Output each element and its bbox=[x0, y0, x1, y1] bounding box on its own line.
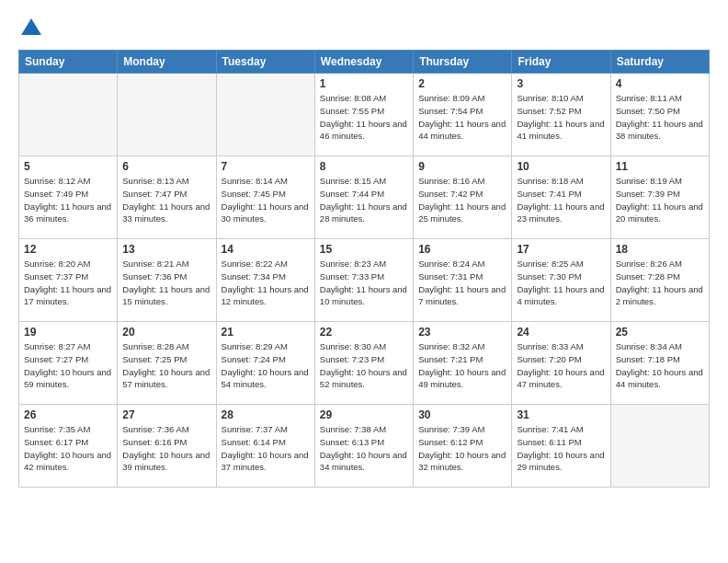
day-info: Sunrise: 8:30 AM Sunset: 7:23 PM Dayligh… bbox=[320, 340, 408, 391]
day-info: Sunrise: 7:35 AM Sunset: 6:17 PM Dayligh… bbox=[24, 423, 112, 474]
calendar-cell bbox=[216, 74, 314, 156]
day-number: 31 bbox=[517, 408, 605, 421]
day-number: 26 bbox=[24, 408, 112, 421]
calendar-cell bbox=[118, 74, 216, 156]
header bbox=[18, 17, 710, 40]
calendar-cell: 7Sunrise: 8:14 AM Sunset: 7:45 PM Daylig… bbox=[216, 156, 314, 239]
calendar-cell: 19Sunrise: 8:27 AM Sunset: 7:27 PM Dayli… bbox=[19, 322, 118, 405]
calendar-cell: 29Sunrise: 7:38 AM Sunset: 6:13 PM Dayli… bbox=[314, 405, 413, 488]
calendar-cell: 10Sunrise: 8:18 AM Sunset: 7:41 PM Dayli… bbox=[512, 156, 610, 239]
day-number: 24 bbox=[517, 326, 605, 339]
day-info: Sunrise: 8:19 AM Sunset: 7:39 PM Dayligh… bbox=[616, 175, 704, 225]
day-number: 16 bbox=[418, 243, 506, 256]
day-info: Sunrise: 8:24 AM Sunset: 7:31 PM Dayligh… bbox=[418, 258, 506, 308]
day-number: 27 bbox=[122, 408, 210, 421]
calendar-cell: 5Sunrise: 8:12 AM Sunset: 7:49 PM Daylig… bbox=[19, 156, 118, 239]
day-number: 22 bbox=[320, 326, 408, 339]
logo bbox=[18, 17, 41, 40]
day-number: 17 bbox=[517, 243, 605, 256]
calendar-cell bbox=[19, 74, 118, 156]
day-info: Sunrise: 8:12 AM Sunset: 7:49 PM Dayligh… bbox=[24, 175, 112, 225]
weekday-header-friday: Friday bbox=[512, 51, 610, 74]
day-info: Sunrise: 8:34 AM Sunset: 7:18 PM Dayligh… bbox=[616, 340, 704, 391]
calendar-cell: 8Sunrise: 8:15 AM Sunset: 7:44 PM Daylig… bbox=[314, 156, 413, 239]
calendar-cell: 20Sunrise: 8:28 AM Sunset: 7:25 PM Dayli… bbox=[118, 322, 216, 405]
day-number: 13 bbox=[122, 243, 210, 256]
weekday-header-monday: Monday bbox=[118, 51, 216, 74]
day-number: 14 bbox=[222, 243, 310, 256]
day-number: 7 bbox=[222, 160, 310, 173]
day-info: Sunrise: 7:41 AM Sunset: 6:11 PM Dayligh… bbox=[517, 423, 605, 474]
calendar-cell: 21Sunrise: 8:29 AM Sunset: 7:24 PM Dayli… bbox=[216, 322, 314, 405]
day-number: 29 bbox=[320, 408, 408, 421]
day-info: Sunrise: 7:36 AM Sunset: 6:16 PM Dayligh… bbox=[122, 423, 210, 474]
calendar-cell: 15Sunrise: 8:23 AM Sunset: 7:33 PM Dayli… bbox=[314, 239, 413, 322]
calendar-cell: 22Sunrise: 8:30 AM Sunset: 7:23 PM Dayli… bbox=[314, 322, 413, 405]
day-number: 18 bbox=[616, 243, 704, 256]
day-info: Sunrise: 8:18 AM Sunset: 7:41 PM Dayligh… bbox=[517, 175, 605, 225]
calendar-cell: 4Sunrise: 8:11 AM Sunset: 7:50 PM Daylig… bbox=[610, 74, 709, 156]
weekday-header-saturday: Saturday bbox=[610, 51, 709, 74]
day-info: Sunrise: 8:29 AM Sunset: 7:24 PM Dayligh… bbox=[222, 340, 310, 391]
day-info: Sunrise: 8:11 AM Sunset: 7:50 PM Dayligh… bbox=[616, 92, 704, 143]
calendar-cell: 17Sunrise: 8:25 AM Sunset: 7:30 PM Dayli… bbox=[512, 239, 610, 322]
day-number: 5 bbox=[24, 160, 112, 173]
day-info: Sunrise: 8:23 AM Sunset: 7:33 PM Dayligh… bbox=[320, 258, 408, 308]
day-info: Sunrise: 8:16 AM Sunset: 7:42 PM Dayligh… bbox=[418, 175, 506, 225]
calendar-week-row: 19Sunrise: 8:27 AM Sunset: 7:27 PM Dayli… bbox=[19, 322, 710, 405]
calendar-cell: 14Sunrise: 8:22 AM Sunset: 7:34 PM Dayli… bbox=[216, 239, 314, 322]
day-info: Sunrise: 8:14 AM Sunset: 7:45 PM Dayligh… bbox=[222, 175, 310, 225]
calendar-week-row: 26Sunrise: 7:35 AM Sunset: 6:17 PM Dayli… bbox=[19, 405, 710, 488]
day-info: Sunrise: 8:22 AM Sunset: 7:34 PM Dayligh… bbox=[222, 258, 310, 308]
calendar-cell: 1Sunrise: 8:08 AM Sunset: 7:55 PM Daylig… bbox=[314, 74, 413, 156]
page: SundayMondayTuesdayWednesdayThursdayFrid… bbox=[0, 0, 728, 563]
weekday-header-sunday: Sunday bbox=[19, 51, 118, 74]
day-number: 15 bbox=[320, 243, 408, 256]
weekday-header-wednesday: Wednesday bbox=[314, 51, 413, 74]
day-info: Sunrise: 8:20 AM Sunset: 7:37 PM Dayligh… bbox=[24, 258, 112, 308]
calendar-cell: 12Sunrise: 8:20 AM Sunset: 7:37 PM Dayli… bbox=[19, 239, 118, 322]
calendar-cell: 2Sunrise: 8:09 AM Sunset: 7:54 PM Daylig… bbox=[414, 74, 512, 156]
day-number: 3 bbox=[517, 77, 605, 90]
day-info: Sunrise: 8:13 AM Sunset: 7:47 PM Dayligh… bbox=[122, 175, 210, 225]
day-info: Sunrise: 8:33 AM Sunset: 7:20 PM Dayligh… bbox=[517, 340, 605, 391]
day-number: 28 bbox=[222, 408, 310, 421]
day-number: 9 bbox=[418, 160, 506, 173]
day-info: Sunrise: 8:15 AM Sunset: 7:44 PM Dayligh… bbox=[320, 175, 408, 225]
day-number: 30 bbox=[418, 408, 506, 421]
day-info: Sunrise: 8:27 AM Sunset: 7:27 PM Dayligh… bbox=[24, 340, 112, 391]
day-number: 12 bbox=[24, 243, 112, 256]
calendar-week-row: 5Sunrise: 8:12 AM Sunset: 7:49 PM Daylig… bbox=[19, 156, 710, 239]
day-info: Sunrise: 7:38 AM Sunset: 6:13 PM Dayligh… bbox=[320, 423, 408, 474]
calendar-cell: 9Sunrise: 8:16 AM Sunset: 7:42 PM Daylig… bbox=[414, 156, 512, 239]
day-info: Sunrise: 7:39 AM Sunset: 6:12 PM Dayligh… bbox=[418, 423, 506, 474]
day-info: Sunrise: 8:28 AM Sunset: 7:25 PM Dayligh… bbox=[122, 340, 210, 391]
day-info: Sunrise: 8:21 AM Sunset: 7:36 PM Dayligh… bbox=[122, 258, 210, 308]
day-info: Sunrise: 8:09 AM Sunset: 7:54 PM Dayligh… bbox=[418, 92, 506, 143]
calendar-cell: 30Sunrise: 7:39 AM Sunset: 6:12 PM Dayli… bbox=[414, 405, 512, 488]
calendar-cell: 13Sunrise: 8:21 AM Sunset: 7:36 PM Dayli… bbox=[118, 239, 216, 322]
calendar-header-row: SundayMondayTuesdayWednesdayThursdayFrid… bbox=[19, 51, 710, 74]
day-number: 19 bbox=[24, 326, 112, 339]
calendar-cell: 28Sunrise: 7:37 AM Sunset: 6:14 PM Dayli… bbox=[216, 405, 314, 488]
day-number: 8 bbox=[320, 160, 408, 173]
calendar-cell: 26Sunrise: 7:35 AM Sunset: 6:17 PM Dayli… bbox=[19, 405, 118, 488]
calendar-cell: 31Sunrise: 7:41 AM Sunset: 6:11 PM Dayli… bbox=[512, 405, 610, 488]
calendar-cell: 3Sunrise: 8:10 AM Sunset: 7:52 PM Daylig… bbox=[512, 74, 610, 156]
calendar-cell bbox=[610, 405, 709, 488]
day-number: 6 bbox=[122, 160, 210, 173]
day-info: Sunrise: 8:25 AM Sunset: 7:30 PM Dayligh… bbox=[517, 258, 605, 308]
weekday-header-thursday: Thursday bbox=[414, 51, 512, 74]
calendar-cell: 24Sunrise: 8:33 AM Sunset: 7:20 PM Dayli… bbox=[512, 322, 610, 405]
day-number: 1 bbox=[320, 77, 408, 90]
calendar-week-row: 12Sunrise: 8:20 AM Sunset: 7:37 PM Dayli… bbox=[19, 239, 710, 322]
day-number: 23 bbox=[418, 326, 506, 339]
day-number: 10 bbox=[517, 160, 605, 173]
calendar-cell: 23Sunrise: 8:32 AM Sunset: 7:21 PM Dayli… bbox=[414, 322, 512, 405]
day-info: Sunrise: 8:26 AM Sunset: 7:28 PM Dayligh… bbox=[616, 258, 704, 308]
day-number: 25 bbox=[616, 326, 704, 339]
day-info: Sunrise: 8:08 AM Sunset: 7:55 PM Dayligh… bbox=[320, 92, 408, 143]
day-number: 20 bbox=[122, 326, 210, 339]
calendar-cell: 6Sunrise: 8:13 AM Sunset: 7:47 PM Daylig… bbox=[118, 156, 216, 239]
calendar-week-row: 1Sunrise: 8:08 AM Sunset: 7:55 PM Daylig… bbox=[19, 74, 710, 156]
